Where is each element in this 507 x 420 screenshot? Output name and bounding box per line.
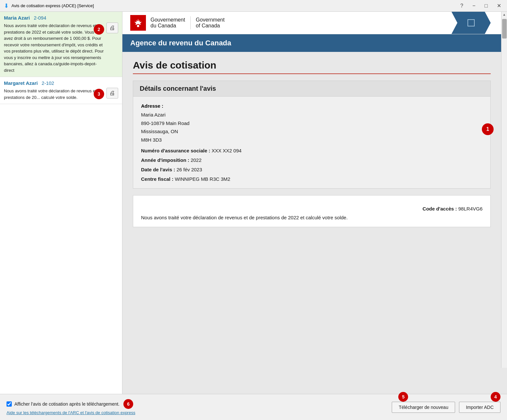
sidebar-person-info-1: Maria Azari 2-094 [4,15,46,21]
svg-rect-1 [137,25,139,27]
maple-leaf-icon [133,18,143,28]
address-city: Mississauga, ON [141,127,483,136]
title-bar-controls: ? − □ ✕ [458,3,503,9]
sidebar-print-btn-2[interactable]: 🖨 [106,88,118,99]
show-notice-checkbox[interactable] [7,401,12,407]
sidebar-id-2: 2-102 [42,80,54,86]
scrollbar[interactable]: ▲ [501,12,507,368]
body-text: Nous avons traité votre déclaration de r… [141,214,483,222]
arc-banner: Agence du revenu du Canada [122,34,507,52]
gov-name-fr-line2: du Canada [151,23,185,29]
gov-name-fr: Gouvernement du Canada [151,17,185,29]
footer: Afficher l'avis de cotisation après le t… [0,394,507,420]
sidebar-print-btn-1[interactable]: 🖨 [106,23,118,33]
sin-value: XXX XX2 094 [212,148,242,153]
sidebar-name-1: Maria Azari [4,15,30,21]
access-code-label: Code d'accès : [422,206,457,211]
sin-row: Numéro d'assurance sociale : XXX XX2 094 [141,148,483,153]
sin-label: Numéro d'assurance sociale : [141,148,210,153]
gov-name-en-line1: Government [196,17,225,23]
content-area: ▲ Gouvernement du Canada Government of C… [122,12,507,394]
download-again-button[interactable]: Télécharger de nouveau [392,402,455,413]
gov-nav-arrow[interactable] [452,12,491,34]
year-row: Année d'imposition : 2022 [141,157,483,163]
title-bar: ⬇ Avis de cotisation express (ADCE) [Ser… [0,0,507,12]
gov-name-en: Government of Canada [196,17,225,29]
title-bar-left: ⬇ Avis de cotisation express (ADCE) [Ser… [4,2,94,9]
sidebar-id-1: 2-094 [34,15,46,21]
document-area: Avis de cotisation Détails concernant l'… [122,52,507,394]
main-layout: Maria Azari 2-094 Nous avons traité votr… [0,12,507,394]
gov-flag [130,15,146,31]
sidebar-item-1-header: Maria Azari 2-094 [4,15,118,21]
fiscal-value: WINNIPEG MB R3C 3M2 [175,176,230,182]
sidebar: Maria Azari 2-094 Nous avons traité votr… [0,12,122,394]
import-adc-button[interactable]: Importer ADC [459,402,500,413]
scrollbar-thumb[interactable] [502,19,507,39]
help-button[interactable]: ? [458,3,465,9]
access-code-value: 98LR4VG6 [458,206,483,211]
fiscal-row: Centre fiscal : WINNIPEG MB R3C 3M2 [141,176,483,182]
address-postal: M8H 3D3 [141,136,483,144]
gov-nav-box [467,19,475,26]
sidebar-item-2-body: Nous avons traité votre déclaration de r… [4,88,118,101]
sidebar-item-2-header: Margaret Azari 2-102 [4,80,118,86]
minimize-button[interactable]: − [470,3,477,9]
callout-badge-6: 6 [123,399,133,409]
details-box-header: Détails concernant l'avis [133,81,490,97]
access-section: Code d'accès : 98LR4VG6 Nous avons trait… [133,195,491,227]
close-button[interactable]: ✕ [495,3,503,9]
app-icon: ⬇ [4,2,9,9]
window-title: Avis de cotisation express (ADCE) [Servi… [11,3,94,8]
footer-help-link[interactable]: Aide sur les téléchargements de l'ARC et… [7,410,135,415]
sidebar-item-1-body: Nous avons traité votre déclaration de r… [4,23,118,73]
arc-banner-text: Agence du revenu du Canada [130,39,231,47]
footer-right: 5 Télécharger de nouveau 4 Importer ADC [392,402,500,413]
doc-title-divider [133,73,491,74]
gov-name-fr-line1: Gouvernement [151,17,185,23]
sidebar-name-2: Margaret Azari [4,80,38,86]
access-code-row: Code d'accès : 98LR4VG6 [141,206,483,211]
year-value: 2022 [191,157,201,163]
sidebar-item-maria[interactable]: Maria Azari 2-094 Nous avons traité votr… [0,12,122,77]
sidebar-text-2: Nous avons traité votre déclaration de r… [4,88,104,101]
maximize-button[interactable]: □ [483,3,490,9]
details-box: Détails concernant l'avis Adresse : Mari… [133,81,491,189]
date-value: 26 fév 2023 [177,167,202,172]
address-label: Adresse : [141,103,483,109]
address-line1: 890-10879 Main Road [141,119,483,128]
gov-name-en-line2: of Canada [196,23,225,29]
sidebar-person-info-2: Margaret Azari 2-102 [4,80,54,86]
date-label: Date de l'avis : [141,167,175,172]
footer-left: Afficher l'avis de cotisation après le t… [7,399,135,415]
footer-checkbox-label: Afficher l'avis de cotisation après le t… [14,401,119,407]
fiscal-label: Centre fiscal : [141,176,173,182]
doc-title: Avis de cotisation [133,60,491,71]
footer-checkbox-row: Afficher l'avis de cotisation après le t… [7,399,135,409]
sidebar-item-margaret[interactable]: Margaret Azari 2-102 Nous avons traité v… [0,77,122,104]
year-label: Année d'imposition : [141,157,189,163]
date-row: Date de l'avis : 26 fév 2023 [141,167,483,172]
gov-header: Gouvernement du Canada Government of Can… [122,12,507,34]
address-name: Maria Azari [141,111,483,119]
sidebar-text-1: Nous avons traité votre déclaration de r… [4,23,104,73]
gov-divider [190,16,191,29]
details-box-body: Adresse : Maria Azari 890-10879 Main Roa… [133,97,490,188]
